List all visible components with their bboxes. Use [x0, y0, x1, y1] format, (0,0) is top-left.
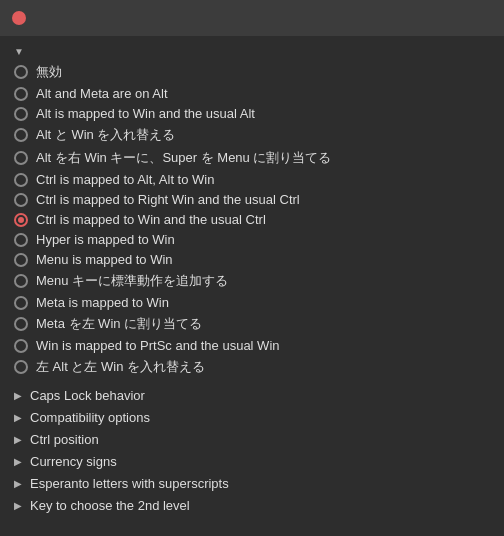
radio-label: Alt を右 Win キーに、Super を Menu に割り当てる: [36, 149, 331, 167]
collapsible-item-esperanto[interactable]: ▶Esperanto letters with superscripts: [14, 473, 490, 494]
radio-label: Ctrl is mapped to Alt, Alt to Win: [36, 172, 214, 187]
radio-circle: [14, 317, 28, 331]
content-area: ▼ 無効Alt and Meta are on AltAlt is mapped…: [0, 36, 504, 536]
collapse-arrow-icon: ▶: [14, 390, 24, 401]
radio-item[interactable]: Menu キーに標準動作を追加する: [14, 271, 490, 291]
radio-label: Win is mapped to PrtSc and the usual Win: [36, 338, 280, 353]
radio-item[interactable]: Alt and Meta are on Alt: [14, 85, 490, 102]
radio-label: Meta is mapped to Win: [36, 295, 169, 310]
collapse-arrow-icon: ▶: [14, 434, 24, 445]
collapsibles-group: ▶Caps Lock behavior▶Compatibility option…: [14, 385, 490, 516]
radio-circle: [14, 213, 28, 227]
collapsible-item-level2[interactable]: ▶Key to choose the 2nd level: [14, 495, 490, 516]
radio-item[interactable]: 左 Alt と左 Win を入れ替える: [14, 357, 490, 377]
close-button[interactable]: [12, 11, 26, 25]
collapsible-label: Caps Lock behavior: [30, 388, 145, 403]
radio-item[interactable]: Alt を右 Win キーに、Super を Menu に割り当てる: [14, 148, 490, 168]
radio-circle: [14, 296, 28, 310]
collapse-arrow-icon: ▶: [14, 500, 24, 511]
collapsible-label: Key to choose the 2nd level: [30, 498, 190, 513]
collapse-arrow-icon: ▶: [14, 478, 24, 489]
collapsible-item-currency[interactable]: ▶Currency signs: [14, 451, 490, 472]
radio-label: Menu is mapped to Win: [36, 252, 173, 267]
radio-label: Alt と Win を入れ替える: [36, 126, 175, 144]
collapsible-label: Currency signs: [30, 454, 117, 469]
radio-item[interactable]: Alt is mapped to Win and the usual Alt: [14, 105, 490, 122]
radio-label: Alt and Meta are on Alt: [36, 86, 168, 101]
radio-label: 左 Alt と左 Win を入れ替える: [36, 358, 205, 376]
radio-item[interactable]: Win is mapped to PrtSc and the usual Win: [14, 337, 490, 354]
radio-item[interactable]: Ctrl is mapped to Win and the usual Ctrl: [14, 211, 490, 228]
radio-label: Menu キーに標準動作を追加する: [36, 272, 228, 290]
radio-circle: [14, 107, 28, 121]
collapsible-label: Esperanto letters with superscripts: [30, 476, 229, 491]
collapse-arrow-icon: ▶: [14, 412, 24, 423]
collapsible-item-ctrl[interactable]: ▶Ctrl position: [14, 429, 490, 450]
radio-label: Meta を左 Win に割り当てる: [36, 315, 202, 333]
radio-group: 無効Alt and Meta are on AltAlt is mapped t…: [14, 62, 490, 377]
collapsible-item-compat[interactable]: ▶Compatibility options: [14, 407, 490, 428]
collapsible-label: Ctrl position: [30, 432, 99, 447]
radio-label: Hyper is mapped to Win: [36, 232, 175, 247]
alt-win-section: ▼ 無効Alt and Meta are on AltAlt is mapped…: [14, 46, 490, 377]
radio-circle: [14, 233, 28, 247]
radio-circle: [14, 87, 28, 101]
radio-label: 無効: [36, 63, 62, 81]
radio-item[interactable]: Menu is mapped to Win: [14, 251, 490, 268]
radio-item[interactable]: Meta を左 Win に割り当てる: [14, 314, 490, 334]
title-bar: [0, 0, 504, 36]
collapse-arrow-icon: ▶: [14, 456, 24, 467]
alt-win-header: ▼: [14, 46, 490, 56]
radio-label: Alt is mapped to Win and the usual Alt: [36, 106, 255, 121]
radio-item[interactable]: Hyper is mapped to Win: [14, 231, 490, 248]
radio-circle: [14, 151, 28, 165]
radio-circle: [14, 65, 28, 79]
radio-circle: [14, 128, 28, 142]
radio-circle: [14, 193, 28, 207]
radio-item[interactable]: Ctrl is mapped to Right Win and the usua…: [14, 191, 490, 208]
radio-label: Ctrl is mapped to Right Win and the usua…: [36, 192, 300, 207]
radio-circle: [14, 253, 28, 267]
radio-item[interactable]: 無効: [14, 62, 490, 82]
radio-circle: [14, 173, 28, 187]
radio-item[interactable]: Ctrl is mapped to Alt, Alt to Win: [14, 171, 490, 188]
radio-circle: [14, 360, 28, 374]
radio-circle: [14, 274, 28, 288]
expand-icon: ▼: [14, 46, 24, 56]
radio-label: Ctrl is mapped to Win and the usual Ctrl: [36, 212, 266, 227]
collapsible-item-caps[interactable]: ▶Caps Lock behavior: [14, 385, 490, 406]
radio-item[interactable]: Meta is mapped to Win: [14, 294, 490, 311]
radio-circle: [14, 339, 28, 353]
collapsible-label: Compatibility options: [30, 410, 150, 425]
radio-item[interactable]: Alt と Win を入れ替える: [14, 125, 490, 145]
